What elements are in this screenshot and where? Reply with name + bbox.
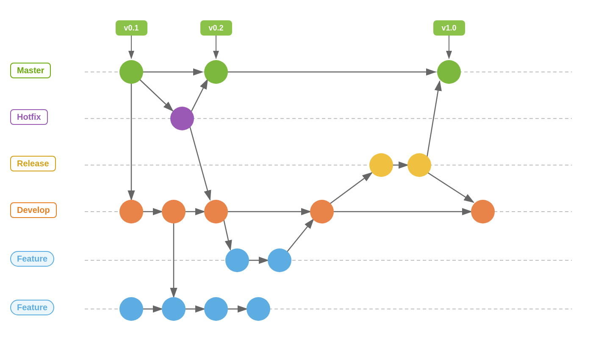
develop-node-1 (119, 200, 143, 223)
develop-node-2 (162, 200, 186, 223)
feature2-node-2 (162, 297, 186, 321)
master-node-1 (119, 60, 143, 84)
feature2-label-container: Feature (10, 300, 65, 318)
feature1-label: Feature (10, 251, 54, 267)
feature1-node-2 (268, 248, 291, 272)
v01-tag-label: v0.1 (124, 24, 139, 32)
master-label-container: Master (10, 63, 65, 81)
release-node-2 (407, 153, 431, 177)
feature1-label-container: Feature (10, 251, 65, 270)
hotfix-label: Hotfix (10, 109, 48, 125)
diagram-container: v0.1 v0.2 v1.0 (0, 0, 593, 364)
release-node-1 (369, 153, 393, 177)
hotfix-label-container: Hotfix (10, 109, 65, 128)
develop-node-4 (310, 200, 334, 223)
master-node-2 (204, 60, 228, 84)
master-label: Master (10, 63, 51, 78)
d3-to-f1a (224, 219, 230, 250)
r2-to-m3 (427, 81, 440, 157)
release-label-container: Release (10, 156, 65, 174)
develop-label-container: Develop (10, 202, 69, 221)
v10-tag-label: v1.0 (441, 24, 456, 32)
v02-tag-label: v0.2 (208, 24, 223, 32)
develop-node-3 (204, 200, 228, 223)
develop-label: Develop (10, 202, 57, 218)
f1b-to-d4 (286, 219, 313, 253)
d4-to-r1 (330, 173, 372, 204)
feature1-node-1 (225, 248, 249, 272)
develop-node-5 (471, 200, 495, 223)
feature2-label: Feature (10, 300, 54, 315)
feature2-node-4 (247, 297, 270, 321)
h1-to-m2 (191, 80, 208, 111)
release-label: Release (10, 156, 56, 171)
m1-to-h1 (140, 80, 173, 111)
feature2-node-3 (204, 297, 228, 321)
hotfix-node-1 (170, 107, 194, 130)
feature2-node-1 (119, 297, 143, 321)
master-node-3 (437, 60, 461, 84)
r2-to-d5 (428, 173, 474, 202)
h1-to-d3 (190, 126, 210, 200)
